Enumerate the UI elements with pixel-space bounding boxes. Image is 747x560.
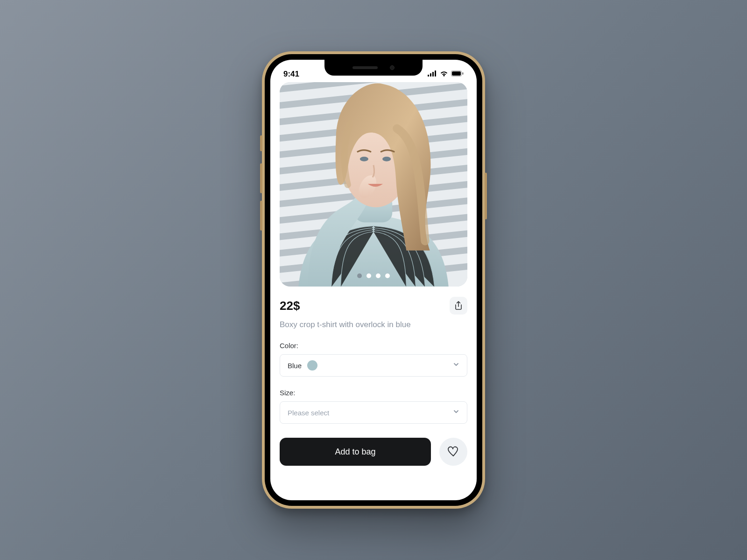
add-to-bag-button[interactable]: Add to bag <box>280 438 431 466</box>
speaker-grill <box>352 66 378 69</box>
phone-frame: 9:41 <box>262 51 485 509</box>
product-image-carousel[interactable] <box>280 82 467 287</box>
svg-rect-0 <box>428 75 429 77</box>
carousel-dot[interactable] <box>385 273 390 278</box>
color-select[interactable]: Blue <box>280 354 467 377</box>
front-camera <box>390 65 395 70</box>
favorite-button[interactable] <box>439 438 467 466</box>
color-swatch <box>307 360 317 371</box>
size-label: Size: <box>280 389 467 397</box>
share-icon <box>454 301 463 310</box>
battery-icon <box>451 70 464 79</box>
status-time: 9:41 <box>283 70 299 79</box>
carousel-dot[interactable] <box>376 273 381 278</box>
size-placeholder: Please select <box>288 409 329 417</box>
carousel-dots <box>357 273 390 278</box>
notch <box>324 60 423 76</box>
color-selected-value: Blue <box>288 362 302 370</box>
svg-rect-6 <box>462 72 464 75</box>
svg-rect-5 <box>452 71 461 76</box>
volume-up-button <box>260 163 262 193</box>
color-label: Color: <box>280 342 467 350</box>
product-title: Boxy crop t-shirt with overlock in blue <box>280 320 467 329</box>
mute-switch <box>260 135 262 151</box>
screen: 9:41 <box>270 60 477 500</box>
share-button[interactable] <box>450 297 467 315</box>
chevron-down-icon <box>453 361 459 370</box>
heart-icon <box>447 446 459 457</box>
svg-rect-1 <box>430 73 431 77</box>
svg-point-24 <box>382 157 391 161</box>
power-button <box>485 173 487 219</box>
cellular-icon <box>428 70 437 79</box>
carousel-dot[interactable] <box>366 273 371 278</box>
chevron-down-icon <box>453 408 459 417</box>
wifi-icon <box>440 70 448 79</box>
carousel-dot[interactable] <box>357 273 362 278</box>
product-price: 22$ <box>280 299 300 313</box>
product-image <box>280 82 467 287</box>
svg-rect-2 <box>432 72 434 77</box>
volume-down-button <box>260 201 262 231</box>
svg-rect-3 <box>435 70 436 77</box>
svg-point-23 <box>360 157 368 161</box>
size-select[interactable]: Please select <box>280 401 467 424</box>
